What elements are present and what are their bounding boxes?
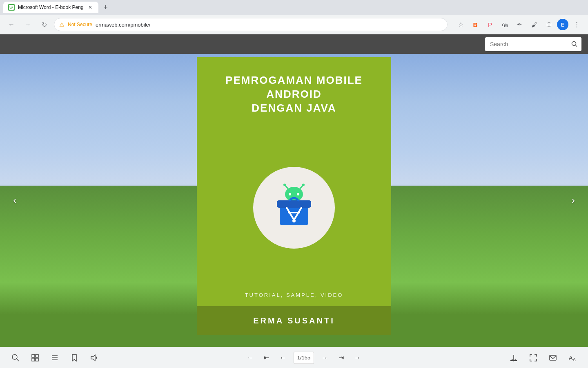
volume-icon (90, 354, 98, 362)
prev-page-button[interactable]: ← (277, 352, 289, 364)
first-page-button[interactable]: ← (245, 352, 256, 364)
next-page-button[interactable]: → (319, 352, 330, 364)
prev-section-button[interactable]: ⇤ (261, 352, 272, 364)
menu-button[interactable]: ⋮ (570, 18, 583, 31)
page-number: 1/155 (297, 355, 311, 361)
nav-icons: ☆ B P 🛍 ✒ 🖌 ⬡ E ⋮ (454, 18, 583, 31)
not-secure-label: Not Secure (68, 22, 92, 27)
search-input[interactable] (485, 37, 567, 51)
svg-line-3 (575, 45, 577, 47)
shopping-button[interactable]: 🛍 (498, 18, 511, 31)
reload-button[interactable]: ↻ (38, 18, 51, 31)
next-section-button[interactable]: ⇥ (335, 352, 347, 364)
brave-icon-button[interactable]: B (469, 18, 482, 31)
bottom-right-tools: A A (508, 352, 578, 364)
tab-bar: W Microsoft Word - E-book Peng ✕ + (0, 0, 588, 15)
book-title-area: PEMROGAMAN MOBILE ANDROID DENGAN JAVA (197, 57, 391, 115)
prev-page-arrow[interactable]: ‹ (7, 192, 23, 209)
pocket-button[interactable]: P (483, 18, 497, 31)
svg-rect-28 (510, 360, 517, 361)
book-author: ERMA SUSANTI (253, 316, 334, 325)
grid-view-button[interactable] (29, 352, 41, 364)
svg-rect-21 (32, 358, 35, 361)
main-content-area: ‹ PEMROGAMAN MOBILE ANDROID DENGAN JAVA (0, 54, 588, 347)
last-page-button[interactable]: → (352, 352, 363, 364)
svg-point-2 (572, 42, 576, 46)
text-size-icon: A A (568, 354, 577, 362)
address-bar[interactable]: ⚠ Not Secure ermaweb.com/pmobile/ (54, 18, 448, 31)
svg-rect-20 (36, 355, 38, 357)
svg-rect-22 (36, 358, 38, 361)
download-icon (510, 354, 518, 362)
icon-circle (253, 167, 335, 249)
fullscreen-icon (529, 354, 537, 362)
active-tab[interactable]: W Microsoft Word - E-book Peng ✕ (3, 2, 98, 13)
search-button[interactable] (567, 37, 581, 51)
next-page-arrow[interactable]: › (565, 192, 581, 209)
svg-rect-29 (550, 355, 556, 360)
tab-favicon: W (8, 4, 15, 11)
book-title: PEMROGAMAN MOBILE ANDROID DENGAN JAVA (213, 74, 375, 115)
mail-icon (549, 354, 557, 362)
svg-point-16 (292, 219, 296, 222)
forward-button[interactable]: → (21, 18, 34, 31)
tab-close-button[interactable]: ✕ (87, 4, 94, 11)
page-display[interactable]: 1/155 (294, 352, 314, 364)
volume-button[interactable] (88, 352, 100, 364)
bottom-center-tools: ← ⇤ ← 1/155 → ⇥ → (245, 352, 363, 364)
book-container: PEMROGAMAN MOBILE ANDROID DENGAN JAVA (197, 54, 391, 347)
svg-point-10 (297, 193, 299, 195)
website-toolbar (0, 34, 588, 54)
book-cover: PEMROGAMAN MOBILE ANDROID DENGAN JAVA (197, 57, 391, 335)
svg-text:W: W (9, 6, 13, 10)
svg-text:A: A (569, 355, 573, 361)
svg-point-6 (283, 184, 286, 186)
profile-button[interactable]: E (557, 19, 568, 30)
svg-line-7 (300, 185, 303, 188)
svg-rect-12 (277, 200, 311, 208)
zoom-search-button[interactable] (10, 352, 21, 364)
extensions-button[interactable]: ⬡ (542, 18, 555, 31)
android-studio-icon (270, 183, 318, 232)
svg-text:A: A (573, 357, 576, 362)
svg-point-17 (12, 355, 17, 359)
navigation-bar: ← → ↻ ⚠ Not Secure ermaweb.com/pmobile/ … (0, 15, 588, 34)
bookmark-star-button[interactable]: ☆ (454, 18, 467, 31)
book-author-bar: ERMA SUSANTI (197, 306, 391, 335)
text-size-button[interactable]: A A (567, 352, 578, 364)
quill-button[interactable]: ✒ (513, 18, 526, 31)
svg-line-5 (285, 185, 288, 188)
bottom-left-tools (10, 352, 100, 364)
mail-button[interactable] (547, 352, 559, 364)
svg-point-8 (302, 184, 305, 186)
tab-title: Microsoft Word - E-book Peng (18, 4, 84, 10)
back-button[interactable]: ← (5, 18, 18, 31)
svg-point-9 (289, 193, 291, 195)
download-button[interactable] (508, 352, 519, 364)
list-view-button[interactable] (49, 352, 60, 364)
bookmark-icon (70, 354, 78, 362)
new-tab-button[interactable]: + (100, 2, 111, 13)
book-icon-area (253, 123, 335, 292)
bottom-toolbar: ← ⇤ ← 1/155 → ⇥ → (0, 347, 588, 368)
svg-line-18 (17, 359, 19, 361)
address-text: ermaweb.com/pmobile/ (96, 22, 442, 28)
list-icon (51, 354, 59, 362)
svg-rect-19 (32, 355, 35, 357)
zoom-search-icon (11, 354, 20, 362)
bookmark-button[interactable] (69, 352, 80, 364)
paint-button[interactable]: 🖌 (528, 18, 541, 31)
search-icon (571, 41, 578, 47)
fullscreen-button[interactable] (528, 352, 539, 364)
svg-marker-26 (91, 355, 95, 361)
security-icon: ⚠ (59, 21, 65, 28)
grid-icon (31, 354, 39, 362)
search-box (485, 37, 581, 51)
book-subtitle: TUTORIAL, SAMPLE, VIDEO (245, 292, 343, 298)
